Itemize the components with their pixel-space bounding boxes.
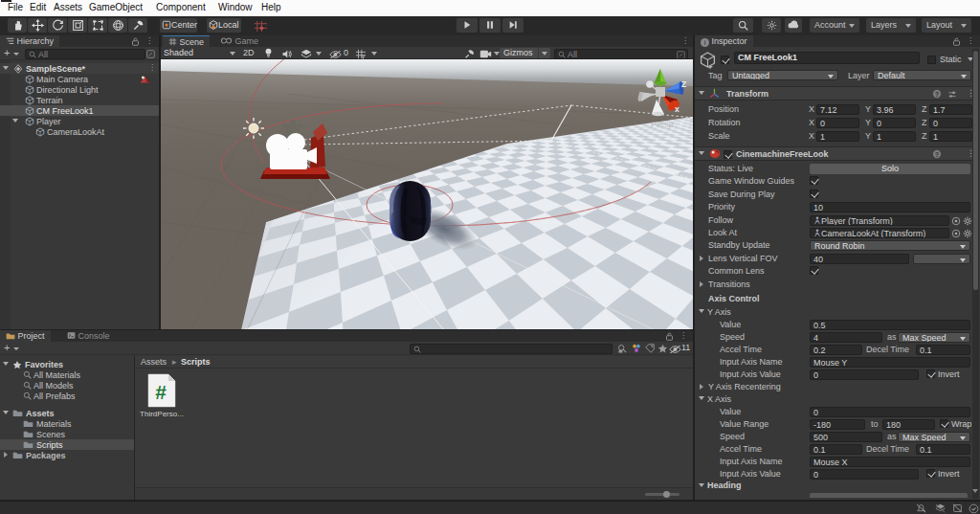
- svg-text:Z: Z: [681, 79, 686, 89]
- svg-text:#: #: [155, 381, 167, 403]
- svg-text:y: y: [362, 53, 366, 59]
- svg-text:?: ?: [935, 151, 939, 158]
- svg-text:?: ?: [935, 91, 939, 98]
- svg-text:Persp: Persp: [651, 120, 674, 129]
- svg-text:x: x: [675, 104, 679, 114]
